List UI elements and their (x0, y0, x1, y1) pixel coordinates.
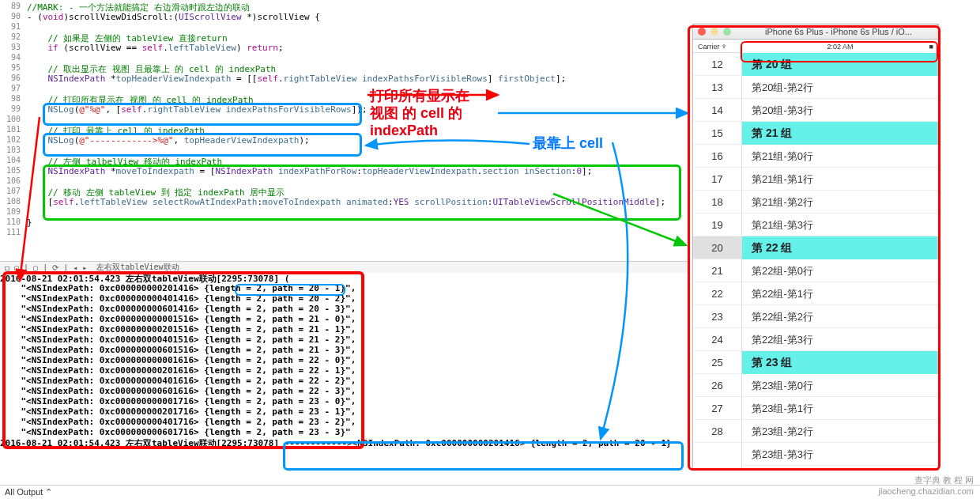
list-item[interactable]: 19 (693, 214, 741, 236)
watermark: 查字典 教 程 网 jiaocheng.chazidian.com (879, 474, 974, 496)
section-header[interactable]: 第 23 组 (742, 351, 938, 374)
console-line: "<NSIndexPath: 0xc000000000401716> {leng… (0, 417, 688, 427)
section-header[interactable]: 第 21 组 (742, 122, 938, 145)
simulator-title: iPhone 6s Plus - iPhone 6s Plus / iO... (765, 27, 912, 36)
annotation-red: 打印所有显示在 视图 的 cell 的 indexPath (370, 87, 469, 139)
table-row[interactable]: 第22组-第2行 (742, 305, 938, 328)
table-row[interactable]: 第21组-第0行 (742, 145, 938, 168)
list-item[interactable]: 27 (693, 397, 741, 420)
table-row[interactable]: 第21组-第1行 (742, 168, 938, 191)
list-item[interactable]: 17 (693, 168, 741, 191)
table-row[interactable]: 第21组-第3行 (742, 214, 938, 236)
table-row[interactable]: 第21组-第2行 (742, 191, 938, 214)
list-item[interactable]: 13 (693, 76, 741, 99)
window-controls[interactable] (698, 28, 731, 36)
section-header[interactable]: 第 22 组 (742, 236, 938, 259)
list-item[interactable]: 23 (693, 305, 741, 328)
console-line: "<NSIndexPath: 0xc000000000201616> {leng… (0, 365, 688, 376)
list-item[interactable]: 25 (693, 351, 741, 374)
console-line: "<NSIndexPath: 0xc000000000401616> {leng… (0, 376, 688, 386)
list-item[interactable]: 22 (693, 282, 741, 305)
output-filter[interactable]: All Output ⌃ (5, 487, 52, 497)
console-line: "<NSIndexPath: 0xc000000000001716> {leng… (0, 396, 688, 406)
list-item[interactable]: 28 (693, 420, 741, 443)
console-line: "<NSIndexPath: 0xc000000000401516> {leng… (0, 335, 688, 345)
list-item[interactable]: 12 (693, 53, 741, 76)
table-row[interactable]: 第22组-第3行 (742, 328, 938, 351)
simulator-titlebar[interactable]: iPhone 6s Plus - iPhone 6s Plus / iO... (692, 24, 939, 40)
line-gutter: 8990919293949596979899100101102103104105… (0, 0, 24, 238)
console-line: "<NSIndexPath: 0xc000000000401416> {leng… (0, 293, 688, 304)
console-line: "<NSIndexPath: 0xc000000000601416> {leng… (0, 304, 688, 314)
right-tableview[interactable]: 2:02 AM ■ 第 20 组第20组-第2行第20组-第3行第 21 组第2… (742, 40, 938, 470)
tab-bar: ◻ ▢ | ▢ | ⟳ | ◂ ▸ 左右双tableView联动 (0, 261, 688, 274)
table-row[interactable]: 第20组-第2行 (742, 76, 938, 99)
table-row[interactable]: 第20组-第3行 (742, 99, 938, 122)
list-item[interactable]: 14 (693, 99, 741, 122)
console-line: "<NSIndexPath: 0xc000000000601516> {leng… (0, 345, 688, 355)
table-row[interactable]: 第23组-第2行 (742, 420, 938, 443)
close-icon[interactable] (698, 28, 706, 36)
carrier-label: Carrier ᯤ (698, 43, 729, 51)
status-time: 2:02 AM (742, 43, 938, 51)
table-row[interactable]: 第23组-第1行 (742, 397, 938, 420)
table-row[interactable]: 第22组-第1行 (742, 282, 938, 305)
list-item[interactable]: 24 (693, 328, 741, 351)
console-filter-bar[interactable]: All Output ⌃ (0, 485, 980, 499)
annotation-blue: 最靠上 cell (533, 134, 603, 152)
left-tableview[interactable]: Carrier ᯤ 121314151617181920212223242526… (693, 40, 742, 470)
zoom-icon (723, 28, 731, 36)
list-item[interactable]: 16 (693, 145, 741, 168)
list-item[interactable]: 21 (693, 259, 741, 282)
minimize-icon (710, 28, 718, 36)
console-line: "<NSIndexPath: 0xc000000000601616> {leng… (0, 386, 688, 396)
list-item[interactable]: 20 (693, 236, 741, 259)
table-row[interactable]: 第22组-第0行 (742, 259, 938, 282)
table-row[interactable]: 第23组-第0行 (742, 374, 938, 397)
console[interactable]: 2016-08-21 02:01:54.423 左右双tableView联动[2… (0, 273, 688, 485)
console-line: "<NSIndexPath: 0xc000000000001516> {leng… (0, 314, 688, 324)
section-header[interactable]: 第 20 组 (742, 53, 938, 76)
ios-simulator[interactable]: Carrier ᯤ 121314151617181920212223242526… (692, 24, 939, 471)
console-line: "<NSIndexPath: 0xc000000000601716> {leng… (0, 427, 688, 437)
console-line: "<NSIndexPath: 0xc000000000201416> {leng… (0, 283, 688, 293)
table-row[interactable]: 第23组-第3行 (742, 443, 938, 466)
console-line: "<NSIndexPath: 0xc000000000201716> {leng… (0, 406, 688, 417)
list-item[interactable]: 15 (693, 122, 741, 145)
tab-icons[interactable]: ◻ ▢ | ▢ | ⟳ | ◂ ▸ (0, 263, 92, 272)
tab-title[interactable]: 左右双tableView联动 (92, 262, 183, 273)
console-line: "<NSIndexPath: 0xc000000000001616> {leng… (0, 355, 688, 365)
console-line: "<NSIndexPath: 0xc000000000201516> {leng… (0, 324, 688, 335)
console-second: 2016-08-21 02:01:54.423 左右双tableView联动[2… (0, 437, 688, 448)
list-item[interactable]: 18 (693, 191, 741, 214)
console-header: 2016-08-21 02:01:54.423 左右双tableView联动[2… (0, 273, 688, 283)
list-item[interactable]: 26 (693, 374, 741, 397)
